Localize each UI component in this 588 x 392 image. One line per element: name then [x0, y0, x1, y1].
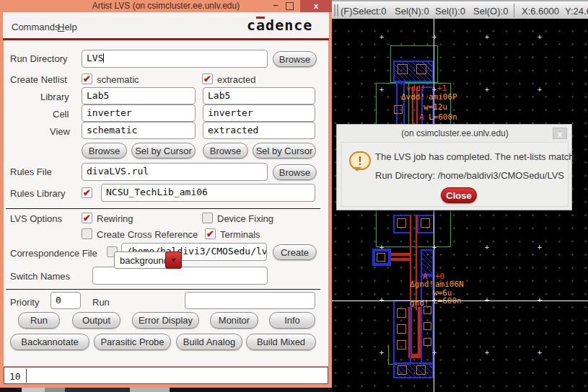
grid-plus-mark: +	[432, 86, 436, 94]
cadence-logo: cadence	[247, 17, 325, 35]
layout-editor-toolbar: (F)Select:0 Sel(N):0 Sel(I):0 Sel(O):0 X…	[332, 0, 588, 19]
schematic-sel-by-cursor-button[interactable]: Sel by Cursor	[131, 143, 196, 159]
rules-library-checkbox[interactable]: ✔	[82, 187, 92, 198]
lvs-result-dialog: (on csimcluster.ee.unlv.edu) x ! The LVS…	[336, 124, 572, 210]
dialog-close-icon[interactable]: x	[553, 128, 567, 139]
sel-i-status: Sel(I):0	[435, 6, 465, 17]
poly-line	[391, 258, 411, 261]
rewiring-checkbox[interactable]: ✔	[82, 213, 92, 223]
cell-extracted-input[interactable]: inverter	[203, 104, 315, 122]
create-cross-reference-checkbox-label[interactable]: Create Cross Reference	[97, 229, 198, 240]
grid-plus-mark: +	[379, 349, 384, 357]
priority-input[interactable]: 0	[51, 292, 81, 309]
build-mixed-button[interactable]: Build Mixed	[246, 334, 316, 350]
menu-help[interactable]: Help	[58, 22, 77, 32]
rewiring-checkbox-label[interactable]: Rewiring	[97, 213, 133, 224]
grid-plus-mark: +	[537, 349, 542, 357]
dialog-message: The LVS job has completed. The net-lists…	[375, 151, 576, 162]
dialog-run-directory: Run Directory: /home/baldivi3/CMOSedu/LV…	[375, 170, 564, 181]
parasitic-probe-button[interactable]: Parasitic Probe	[94, 334, 171, 350]
error-display-button[interactable]: Error Display	[132, 312, 199, 329]
menu-commands[interactable]: Commands	[12, 22, 59, 32]
cell-schematic-input[interactable]: inverter	[82, 104, 196, 122]
terminals-checkbox-label[interactable]: Terminals	[220, 229, 260, 240]
close-button[interactable]: x	[300, 0, 332, 12]
cursor-x-readout: X:6.6000	[522, 6, 559, 17]
create-cross-reference-checkbox[interactable]	[82, 228, 92, 239]
grid-plus-mark: +	[432, 33, 436, 41]
extracted-sel-by-cursor-button[interactable]: Sel by Cursor	[253, 143, 316, 159]
pmos-length-label: L=600n	[429, 112, 457, 122]
run-host-input[interactable]	[185, 292, 315, 309]
status-input[interactable]: 10	[4, 367, 328, 384]
extracted-browse-button[interactable]: Browse	[203, 143, 248, 159]
contact-icon	[397, 308, 406, 318]
monitor-button[interactable]: Monitor	[210, 312, 258, 329]
contact-icon	[397, 324, 406, 334]
schematic-checkbox-label[interactable]: schematic	[97, 74, 139, 85]
switch-names-label: Switch Names	[10, 271, 70, 282]
taskbar-fragment	[65, 388, 130, 392]
screen: Artist LVS (on csimcluster.ee.unlv.edu) …	[0, 0, 588, 392]
view-schematic-input[interactable]: schematic	[82, 122, 196, 139]
run-mode-dropdown-arrow-icon[interactable]: ▼	[165, 251, 182, 269]
extracted-checkbox[interactable]: ✔	[202, 74, 213, 84]
run-directory-browse-button[interactable]: Browse	[273, 51, 317, 67]
toolbar-grip-handle[interactable]	[334, 4, 338, 17]
maximize-button[interactable]	[286, 2, 294, 10]
grid-plus-mark: +	[485, 296, 489, 304]
cell-label: Cell	[53, 109, 69, 120]
run-button[interactable]: Run	[18, 312, 60, 329]
pmos-instance-label: Δvdd!	[401, 92, 425, 102]
contact-icon	[398, 64, 408, 74]
grid-plus-mark: +	[432, 244, 436, 251]
schematic-checkbox[interactable]: ✔	[82, 74, 92, 84]
rules-file-browse-button[interactable]: Browse	[273, 164, 317, 180]
contact-icon	[394, 105, 403, 114]
contact-icon	[397, 340, 406, 349]
terminals-checkbox[interactable]: ✔	[205, 228, 216, 239]
minimize-button[interactable]: –	[270, 1, 281, 11]
desktop-sliver	[0, 388, 332, 392]
contact-icon	[398, 365, 407, 375]
library-schematic-input[interactable]: Lab5	[82, 87, 196, 104]
rules-file-input[interactable]: divaLVS.rul	[82, 163, 268, 181]
taskbar-fragment	[45, 388, 65, 392]
info-button[interactable]: Info	[269, 312, 315, 329]
extracted-checkbox-label[interactable]: extracted	[217, 74, 255, 85]
poly-line	[416, 215, 417, 310]
pmos-pin-label: A	[419, 112, 424, 122]
priority-label: Priority	[10, 297, 39, 308]
device-fixing-checkbox[interactable]	[202, 213, 213, 223]
view-label: View	[50, 126, 70, 137]
status-value: 10	[9, 371, 21, 382]
contact-icon	[424, 322, 431, 330]
switch-names-input[interactable]	[92, 267, 268, 285]
grid-plus-mark: +	[485, 349, 489, 357]
brand-a: a	[256, 17, 266, 34]
schematic-browse-button[interactable]: Browse	[82, 143, 127, 159]
window-title: Artist LVS (on csimcluster.ee.unlv.edu)	[92, 1, 240, 11]
taskbar-fragment	[130, 388, 170, 392]
run-directory-value: LVS	[87, 53, 103, 63]
sel-o-status: Sel(O):0	[473, 6, 508, 17]
view-extracted-input[interactable]: extracted	[203, 122, 315, 139]
contact-icon	[416, 64, 426, 74]
backannotate-button[interactable]: Backannotate	[10, 334, 89, 350]
title-bar[interactable]: Artist LVS (on csimcluster.ee.unlv.edu) …	[0, 0, 332, 12]
crosshair-horizontal	[332, 300, 588, 301]
contact-icon	[424, 338, 431, 346]
rules-library-input[interactable]: NCSU_TechLib_ami06	[101, 184, 315, 202]
library-extracted-input[interactable]: Lab5	[203, 87, 315, 104]
correspondence-create-button[interactable]: Create	[273, 244, 317, 260]
build-analog-button[interactable]: Build Analog	[176, 334, 242, 350]
nmos-net-label: gnd!	[410, 298, 429, 308]
pmos-width-label: w=12u	[424, 102, 447, 112]
dialog-close-button[interactable]: Close	[441, 187, 477, 203]
menu-bar: Commands Help cadence	[3, 12, 329, 38]
device-fixing-checkbox-label[interactable]: Device Fixing	[217, 213, 273, 224]
run-directory-input[interactable]: LVS	[82, 50, 268, 68]
output-button[interactable]: Output	[72, 312, 120, 329]
exclamation-bubble-icon: !	[349, 151, 371, 170]
grid-plus-mark: +	[485, 33, 489, 41]
